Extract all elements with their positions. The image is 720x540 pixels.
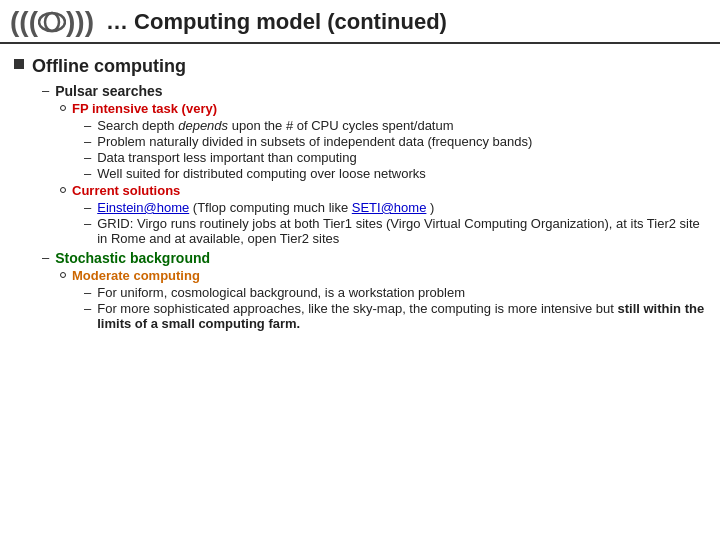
list-item: – Search depth depends upon the # of CPU… — [84, 118, 706, 133]
logo-wave-icon — [38, 8, 66, 36]
logo: ((( ))) — [10, 8, 94, 36]
moderate-block: Moderate computing – For uniform, cosmol… — [60, 268, 706, 331]
list-item: – For uniform, cosmological background, … — [84, 285, 706, 300]
bullet-icon — [14, 59, 24, 69]
einstein-home-link[interactable]: Einstein@home — [97, 200, 189, 215]
list-item: – Well suited for distributed computing … — [84, 166, 706, 181]
fp-sub-bullets: – Search depth depends upon the # of CPU… — [84, 118, 706, 181]
list-item: – For more sophisticated approaches, lik… — [84, 301, 706, 331]
header: ((( ))) … Computing model (continued) — [0, 0, 720, 44]
svg-point-0 — [45, 13, 59, 31]
section-heading-offline: Offline computing — [32, 56, 186, 77]
fp-item: FP intensive task (very) — [60, 101, 706, 116]
bullet-small-icon — [60, 105, 66, 111]
offline-computing-section: Offline computing — [14, 56, 706, 77]
list-item: – Einstein@home (Tflop computing much li… — [84, 200, 706, 215]
bullet-small-icon — [60, 187, 66, 193]
current-solutions-block: Current solutions – Einstein@home (Tflop… — [60, 183, 706, 246]
bullet-small-icon — [60, 272, 66, 278]
pulsar-searches-block: – Pulsar searches FP intensive task (ver… — [42, 83, 706, 246]
main-content: Offline computing – Pulsar searches FP i… — [0, 52, 720, 339]
page-title: … Computing model (continued) — [106, 9, 447, 35]
pulsar-label: Pulsar searches — [55, 83, 162, 99]
list-item: – Problem naturally divided in subsets o… — [84, 134, 706, 149]
current-solutions-item: Current solutions — [60, 183, 706, 198]
seti-home-link[interactable]: SETI@home — [352, 200, 427, 215]
stochastic-block: – Stochastic background Moderate computi… — [42, 250, 706, 331]
logo-bracket-right: ))) — [66, 8, 94, 36]
current-solutions-sub: – Einstein@home (Tflop computing much li… — [84, 200, 706, 246]
stochastic-dash-item: – Stochastic background — [42, 250, 706, 266]
fp-intensive-block: FP intensive task (very) – Search depth … — [60, 101, 706, 181]
current-solutions-label: Current solutions — [72, 183, 180, 198]
fp-label: FP intensive task (very) — [72, 101, 217, 116]
moderate-item: Moderate computing — [60, 268, 706, 283]
svg-point-1 — [39, 13, 65, 31]
dash-icon: – — [42, 83, 49, 98]
list-item: – GRID: Virgo runs routinely jobs at bot… — [84, 216, 706, 246]
list-item: – Data transport less important than com… — [84, 150, 706, 165]
pulsar-dash-item: – Pulsar searches — [42, 83, 706, 99]
logo-bracket: ((( — [10, 8, 38, 36]
dash-icon: – — [42, 250, 49, 265]
moderate-label: Moderate computing — [72, 268, 200, 283]
stochastic-label: Stochastic background — [55, 250, 210, 266]
moderate-sub-bullets: – For uniform, cosmological background, … — [84, 285, 706, 331]
